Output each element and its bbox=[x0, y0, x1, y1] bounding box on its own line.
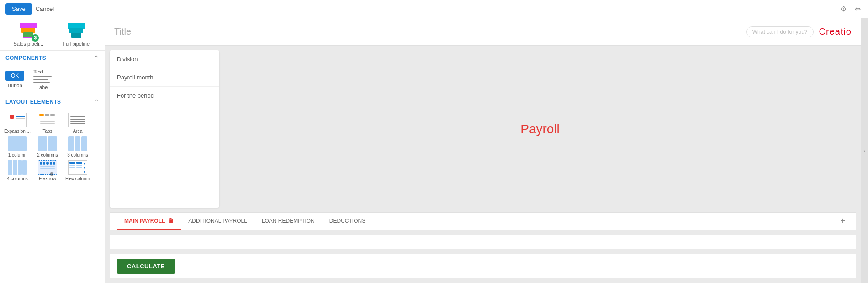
components-section-header[interactable]: Components ⌃ bbox=[0, 51, 105, 65]
flexcol-col-2 bbox=[76, 162, 82, 173]
layout-item-flexrow[interactable]: Flex row bbox=[34, 160, 61, 181]
ai-input[interactable]: What can I do for you? bbox=[746, 26, 814, 37]
expansion-label: Expansion ... bbox=[4, 129, 31, 134]
tabs-body-line-1 bbox=[40, 121, 55, 122]
button-label: Button bbox=[8, 83, 22, 88]
flexrow-dot-3 bbox=[46, 162, 48, 165]
form-row-division: Division bbox=[110, 50, 219, 68]
sidebar-item-sales-pipeline[interactable]: $ Sales pipeli... bbox=[5, 22, 53, 47]
flexrow-dots bbox=[40, 162, 55, 165]
layout-elements-grid: Expansion ... Tabs bbox=[0, 109, 105, 186]
flexcol-line-1 bbox=[69, 165, 75, 166]
components-grid: OK Button Text Label bbox=[0, 65, 105, 94]
flexrow-line-1 bbox=[40, 166, 55, 167]
tabs-label: Tabs bbox=[42, 129, 52, 134]
3col-part-2 bbox=[75, 136, 81, 151]
form-main-row: Division Payroll month For the period Pa… bbox=[110, 50, 856, 208]
area-label: Area bbox=[73, 129, 82, 134]
tabs-bar: MAIN PAYROLL 🗑 ADDITIONAL PAYROLL LOAN R… bbox=[110, 212, 856, 230]
sidebar: $ Sales pipeli... Full pipeline Componen… bbox=[0, 18, 105, 283]
components-chevron-icon: ⌃ bbox=[94, 54, 99, 62]
topbar-right: ⚙ ⇔ bbox=[838, 3, 863, 15]
form-row-empty bbox=[110, 105, 219, 118]
layout-item-3columns[interactable]: 3 columns bbox=[64, 136, 91, 157]
component-button[interactable]: OK Button bbox=[5, 71, 24, 88]
flexcol-label: Flex column bbox=[65, 176, 90, 181]
4col-label: 4 columns bbox=[7, 176, 28, 181]
tab-add-button[interactable]: + bbox=[836, 213, 849, 230]
2col-icon bbox=[38, 136, 57, 151]
tab-deductions[interactable]: DEDUCTIONS bbox=[322, 213, 373, 230]
page-title-text: Title bbox=[114, 26, 131, 37]
tab-dot-1 bbox=[45, 114, 49, 116]
4col-part-2 bbox=[13, 160, 17, 175]
svg-rect-7 bbox=[71, 33, 81, 38]
form-card: Division Payroll month For the period bbox=[110, 50, 219, 208]
trash-icon[interactable]: 🗑 bbox=[168, 217, 174, 224]
ai-input-text: What can I do for you? bbox=[752, 29, 808, 35]
flexcol-arrows: ▼ ▼ ▼ bbox=[83, 162, 86, 173]
expand-icon[interactable]: ⇔ bbox=[853, 3, 863, 15]
form-row-for-period: For the period bbox=[110, 87, 219, 105]
tabs-header-icon bbox=[38, 113, 57, 117]
content-area: Title What can I do for you? Creatio Div… bbox=[105, 18, 861, 283]
settings-icon[interactable]: ⚙ bbox=[838, 3, 848, 15]
expansion-lines bbox=[16, 116, 25, 121]
svg-rect-6 bbox=[69, 28, 83, 33]
expansion-line-2 bbox=[16, 118, 25, 119]
3col-icon bbox=[68, 136, 87, 151]
tabs-body-icon bbox=[39, 117, 56, 127]
layout-chevron-icon: ⌃ bbox=[94, 98, 99, 105]
flexrow-line-2 bbox=[40, 168, 55, 169]
flexrow-dot-2 bbox=[43, 162, 45, 165]
layout-item-tabs[interactable]: Tabs bbox=[34, 113, 61, 134]
flexrow-dot-4 bbox=[50, 162, 52, 165]
flexrow-dot-5 bbox=[53, 162, 55, 165]
sidebar-item-full-pipeline[interactable]: Full pipeline bbox=[53, 22, 101, 47]
1col-icon bbox=[8, 136, 27, 151]
layout-section-header[interactable]: Layout elements ⌃ bbox=[0, 94, 105, 109]
full-pipeline-icon bbox=[65, 22, 87, 40]
tab-loan-redemption-label: LOAN REDEMPTION bbox=[262, 218, 315, 224]
cancel-button[interactable]: Cancel bbox=[36, 5, 54, 12]
tab-loan-redemption[interactable]: LOAN REDEMPTION bbox=[254, 213, 322, 230]
area-line-3 bbox=[70, 121, 85, 122]
label-text-icon: Text bbox=[33, 69, 52, 83]
right-collapse-button[interactable]: › bbox=[861, 18, 868, 283]
area-line-2 bbox=[70, 119, 85, 120]
3col-part-3 bbox=[81, 136, 87, 151]
save-button[interactable]: Save bbox=[5, 3, 32, 15]
flexrow-label: Flex row bbox=[39, 176, 56, 181]
svg-rect-5 bbox=[68, 23, 85, 29]
4col-part-1 bbox=[8, 160, 12, 175]
label-component-label: Label bbox=[37, 84, 49, 90]
main-layout: $ Sales pipeli... Full pipeline Componen… bbox=[0, 18, 868, 283]
layout-item-4columns[interactable]: 4 columns bbox=[4, 160, 31, 181]
layout-item-flexcolumn[interactable]: ▼ ▼ ▼ Flex column bbox=[64, 160, 91, 181]
flexcol-col-1 bbox=[69, 162, 75, 173]
3col-label: 3 columns bbox=[67, 152, 88, 157]
payroll-section: Payroll bbox=[224, 50, 856, 208]
tab-additional-payroll[interactable]: ADDITIONAL PAYROLL bbox=[181, 213, 254, 230]
layout-item-2columns[interactable]: 2 columns bbox=[34, 136, 61, 157]
svg-rect-3 bbox=[21, 28, 35, 33]
calculate-button[interactable]: CALCULATE bbox=[117, 259, 175, 274]
sales-pipeline-label: Sales pipeli... bbox=[14, 41, 43, 47]
flexrow-dot-1 bbox=[40, 162, 42, 165]
tab-additional-payroll-label: ADDITIONAL PAYROLL bbox=[188, 218, 247, 224]
tab-main-payroll[interactable]: MAIN PAYROLL 🗑 bbox=[117, 213, 181, 230]
2col-label: 2 columns bbox=[37, 152, 58, 157]
full-pipeline-label: Full pipeline bbox=[63, 41, 90, 47]
3col-part-1 bbox=[68, 136, 74, 151]
form-row-payroll-month: Payroll month bbox=[110, 68, 219, 87]
flexcol-icon: ▼ ▼ ▼ bbox=[68, 160, 87, 175]
layout-item-1column[interactable]: 1 column bbox=[4, 136, 31, 157]
form-container: Division Payroll month For the period Pa… bbox=[105, 46, 861, 283]
dollar-badge: $ bbox=[32, 34, 39, 42]
component-label[interactable]: Text Label bbox=[33, 69, 52, 90]
tab-dot-active bbox=[39, 114, 44, 116]
layout-item-expansion[interactable]: Expansion ... bbox=[4, 113, 31, 134]
title-bar: Title What can I do for you? Creatio bbox=[105, 18, 861, 46]
layout-item-area[interactable]: Area bbox=[64, 113, 91, 134]
flexcol-line-4 bbox=[76, 167, 82, 168]
